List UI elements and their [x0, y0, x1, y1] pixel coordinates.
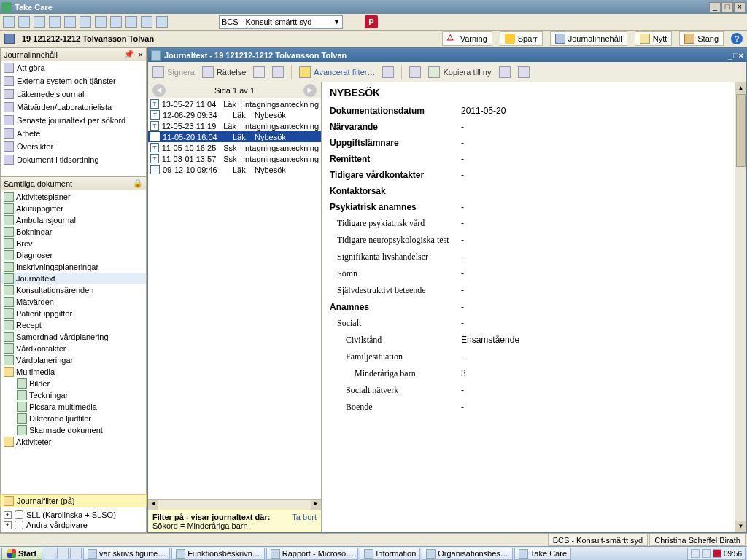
tree-item[interactable]: Journaltext: [1, 273, 146, 284]
taskbar-item[interactable]: var skrivs figurte…: [83, 548, 170, 560]
export-icon[interactable]: [272, 66, 284, 78]
scroll-up-button[interactable]: ▲: [735, 82, 746, 94]
tree-item[interactable]: Patientuppgifter: [1, 308, 146, 319]
tree-item[interactable]: Teckningar: [1, 389, 146, 401]
page-prev-button[interactable]: ◄: [152, 84, 166, 97]
close-window-button[interactable]: ×: [734, 2, 746, 12]
tree-item[interactable]: Akutuppgifter: [1, 203, 146, 214]
filter-sll-checkbox[interactable]: [15, 510, 23, 519]
tree-item[interactable]: Samordnad vårdplanering: [1, 331, 146, 343]
taskbar-item[interactable]: Funktionsbeskrivn…: [171, 548, 265, 560]
tool-icon[interactable]: [34, 16, 45, 28]
tree-item[interactable]: Skannade dokument: [1, 424, 146, 436]
entry-row[interactable]: T11-03-01 13:57SskIntagningsanteckning: [148, 153, 321, 164]
child-maximize-button[interactable]: □: [733, 51, 738, 60]
entry-row[interactable]: T13-05-27 11:04LäkIntagningsanteckning: [148, 98, 321, 109]
minimize-button[interactable]: _: [709, 2, 721, 12]
tree-item[interactable]: Vårdplaneringar: [1, 354, 146, 366]
filter-andra-checkbox[interactable]: [15, 521, 23, 529]
tree-item[interactable]: Inskrivningsplaneringar: [1, 261, 146, 273]
tray-icon[interactable]: [691, 549, 700, 558]
tool-icon[interactable]: [141, 16, 152, 28]
tool-icon[interactable]: [518, 66, 530, 78]
page-next-button[interactable]: ►: [303, 84, 317, 97]
quicklaunch-icon[interactable]: [57, 548, 69, 559]
stang-button[interactable]: Stäng: [679, 31, 724, 46]
expand-toggle[interactable]: +: [4, 521, 12, 529]
tray-icon[interactable]: [713, 549, 721, 558]
nav-item[interactable]: Mätvärden/Laboratorielista: [1, 101, 146, 114]
nav-item[interactable]: Översikter: [1, 140, 146, 153]
tree-item[interactable]: Multimedia: [1, 366, 146, 378]
rattelse-button[interactable]: Rättelse: [202, 66, 246, 78]
entry-title: Nybesök: [255, 166, 286, 174]
p-flag-icon[interactable]: P: [365, 15, 378, 28]
nav-item[interactable]: Externa system och tjänster: [1, 74, 146, 88]
expand-toggle[interactable]: +: [4, 511, 12, 519]
tree-item[interactable]: Dikterade ljudfiler: [1, 413, 146, 424]
nytt-button[interactable]: Nytt: [635, 31, 673, 46]
tray-icon[interactable]: [702, 549, 711, 558]
quicklaunch-icon[interactable]: [70, 548, 82, 559]
vertical-scrollbar[interactable]: ▲ ▼: [735, 82, 746, 532]
start-button[interactable]: Start: [1, 548, 42, 560]
tree-item[interactable]: Ambulansjournal: [1, 214, 146, 226]
nav-item[interactable]: Att göra: [1, 61, 146, 74]
tool-icon[interactable]: [64, 16, 76, 28]
kopiera-button[interactable]: Kopiera till ny: [428, 66, 491, 78]
entry-row[interactable]: T11-05-20 16:04LäkNybesök: [148, 131, 321, 142]
close-pane-button[interactable]: ×: [139, 50, 143, 59]
ta-bort-link[interactable]: Ta bort: [292, 513, 317, 521]
nav-item[interactable]: Läkemedelsjournal: [1, 88, 146, 101]
journalinnehall-button[interactable]: Journalinnehåll: [550, 31, 627, 46]
lock-icon[interactable]: 🔒: [133, 179, 143, 188]
tree-item[interactable]: Konsultationsärenden: [1, 284, 146, 296]
pin-icon[interactable]: 📌: [124, 50, 134, 59]
nav-item[interactable]: Senaste journaltext per sökord: [1, 114, 146, 127]
tree-item[interactable]: Picsara multimedia: [1, 401, 146, 413]
maximize-button[interactable]: □: [721, 2, 733, 12]
avancerat-filter-button[interactable]: Avancerat filter…: [299, 66, 375, 78]
tree-item[interactable]: Aktiviteter: [1, 436, 146, 448]
tool-icon[interactable]: [80, 16, 91, 28]
print-icon[interactable]: [253, 66, 265, 78]
clipboard-icon[interactable]: [409, 66, 421, 78]
tool-icon[interactable]: [125, 16, 137, 28]
taskbar-item[interactable]: Information: [360, 548, 420, 560]
scroll-down-button[interactable]: ▼: [735, 521, 746, 532]
tool-icon[interactable]: [110, 16, 122, 28]
context-dropdown[interactable]: BCS - Konsult-smärtt syd ▼: [219, 15, 343, 29]
tree-item[interactable]: Bilder: [1, 378, 146, 389]
entry-row[interactable]: T12-06-29 09:34LäkNybesök: [148, 109, 321, 120]
taskbar-item[interactable]: Rapport - Microso…: [266, 548, 358, 560]
tree-item[interactable]: Brev: [1, 238, 146, 249]
scroll-thumb[interactable]: [736, 94, 746, 167]
varning-button[interactable]: Varning: [442, 31, 492, 46]
tool-icon[interactable]: [95, 16, 107, 28]
entry-row[interactable]: T12-05-23 11:19LäkIntagningsanteckning: [148, 120, 321, 131]
tree-item[interactable]: Diagnoser: [1, 249, 146, 261]
entry-row[interactable]: T09-12-10 09:46LäkNybesök: [148, 164, 321, 175]
tool-icon[interactable]: [499, 66, 511, 78]
nav-item[interactable]: Dokument i tidsordning: [1, 153, 146, 166]
horizontal-scrollbar[interactable]: ◄ ►: [148, 499, 321, 510]
tree-item[interactable]: Vårdkontakter: [1, 343, 146, 354]
tree-item[interactable]: Recept: [1, 319, 146, 331]
tree-item[interactable]: Bokningar: [1, 226, 146, 238]
taskbar-item[interactable]: Organisationsbes…: [422, 548, 513, 560]
help-icon[interactable]: ?: [731, 33, 743, 44]
taskbar-item[interactable]: Take Care: [514, 548, 571, 560]
quicklaunch-icon[interactable]: [44, 548, 55, 559]
entry-row[interactable]: T11-05-10 16:25SskIntagningsanteckning: [148, 142, 321, 153]
child-close-button[interactable]: ×: [739, 51, 743, 60]
sparr-button[interactable]: Spärr: [500, 31, 543, 46]
nav-item[interactable]: Arbete: [1, 127, 146, 140]
child-minimize-button[interactable]: _: [728, 51, 732, 60]
tool-icon[interactable]: [3, 16, 15, 28]
tool-icon[interactable]: [156, 16, 168, 28]
tree-item[interactable]: Mätvärden: [1, 296, 146, 308]
tree-item[interactable]: Aktivitetsplaner: [1, 191, 146, 203]
search-icon[interactable]: [382, 66, 394, 78]
tool-icon[interactable]: [18, 16, 30, 28]
tool-icon[interactable]: [49, 16, 61, 28]
